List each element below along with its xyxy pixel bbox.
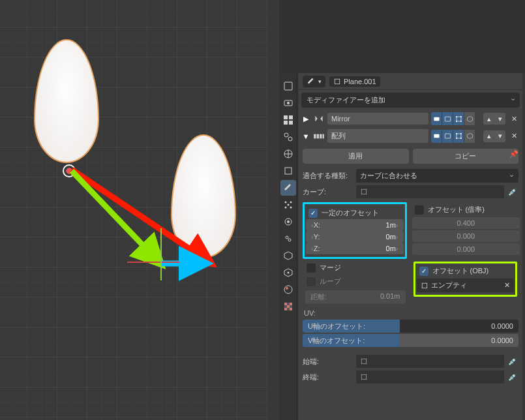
editmode-toggle[interactable] [453, 112, 464, 125]
svg-point-18 [290, 207, 292, 209]
offset-y-field[interactable]: Y:0m [306, 231, 404, 243]
svg-rect-30 [284, 308, 287, 310]
realtime-toggle[interactable] [442, 112, 453, 125]
apply-button[interactable]: 適用 [303, 149, 409, 164]
constant-offset-checkbox[interactable] [308, 209, 318, 218]
delete-modifier-button[interactable]: ✕ [508, 113, 520, 125]
svg-point-40 [460, 120, 461, 121]
cage-toggle[interactable] [464, 130, 475, 143]
svg-rect-8 [284, 121, 288, 125]
tab-texture-icon[interactable] [280, 299, 296, 314]
top-empty-area [279, 0, 525, 73]
svg-rect-35 [445, 117, 450, 121]
object-selector[interactable]: Plane.001 [329, 76, 380, 87]
editmode-toggle[interactable] [453, 130, 464, 143]
svg-rect-6 [284, 115, 288, 119]
svg-rect-13 [285, 168, 292, 174]
tab-scene-icon[interactable] [280, 129, 296, 145]
move-down-button[interactable]: ▾ [494, 113, 505, 125]
start-cap-field[interactable] [356, 355, 504, 368]
svg-point-20 [287, 220, 290, 223]
expand-toggle[interactable]: ▼ [301, 132, 310, 140]
svg-point-14 [284, 202, 286, 203]
eyedropper-icon[interactable]: 💉 [507, 371, 518, 383]
loop-checkbox[interactable] [307, 277, 316, 286]
svg-rect-31 [287, 308, 290, 310]
tab-mesh-icon[interactable] [280, 248, 296, 263]
tab-vertex-icon[interactable] [280, 265, 296, 280]
relative-offset-checkbox[interactable] [415, 205, 424, 215]
relative-y-field[interactable]: 0.000 [412, 230, 520, 242]
svg-rect-46 [445, 134, 450, 138]
tab-physics-icon[interactable] [280, 214, 296, 230]
tab-particles-icon[interactable] [280, 197, 296, 213]
empty-axes-gizmo[interactable] [153, 254, 169, 270]
svg-point-5 [287, 102, 290, 104]
move-down-button[interactable]: ▾ [494, 130, 505, 142]
modifier-panel: ▾ Plane.001 📌 モディファイアーを追加 ▶ Mirror ▴▾ ✕ … [299, 73, 522, 420]
eyedropper-icon[interactable]: 💉 [507, 355, 518, 367]
curve-field[interactable] [356, 185, 504, 198]
cage-toggle[interactable] [464, 112, 475, 125]
constant-offset-box: 一定のオフセット X:1m Y:0m Z:0m [303, 202, 407, 259]
svg-rect-9 [289, 121, 293, 125]
constant-offset-label: 一定のオフセット [322, 208, 379, 218]
modifier-name-field[interactable]: 配列 [327, 129, 428, 143]
delete-modifier-button[interactable]: ✕ [508, 130, 520, 142]
add-modifier-dropdown[interactable]: モディファイアーを追加 [301, 93, 520, 108]
end-cap-field[interactable] [356, 370, 504, 383]
object-offset-field[interactable]: エンプティ ✕ [417, 278, 515, 292]
expand-toggle[interactable]: ▶ [301, 115, 310, 123]
svg-point-10 [284, 133, 288, 137]
properties-tabs [279, 73, 297, 420]
copy-button[interactable]: コピー [413, 149, 519, 164]
object-name: Plane.001 [344, 78, 376, 85]
svg-point-23 [286, 287, 288, 290]
svg-rect-24 [284, 303, 287, 305]
object-offset-checkbox[interactable] [419, 267, 428, 276]
fit-type-dropdown[interactable]: カーブに合わせる [356, 169, 518, 183]
tab-output-icon[interactable] [280, 95, 296, 111]
offset-x-field[interactable]: X:1m [306, 219, 404, 231]
svg-point-22 [284, 286, 292, 293]
move-up-button[interactable]: ▴ [483, 130, 494, 142]
merge-label: マージ [320, 263, 341, 273]
relative-z-field[interactable]: 0.000 [412, 243, 520, 255]
svg-point-48 [456, 133, 457, 134]
start-cap-label: 始端: [303, 357, 353, 367]
svg-rect-45 [434, 134, 439, 138]
tab-constraints-icon[interactable] [280, 231, 296, 247]
svg-rect-32 [290, 308, 292, 310]
pin-icon[interactable]: 📌 [509, 150, 518, 158]
realtime-toggle[interactable] [442, 130, 453, 143]
svg-rect-36 [457, 117, 461, 121]
offset-z-field[interactable]: Z:0m [306, 243, 404, 254]
move-up-button[interactable]: ▴ [483, 113, 494, 125]
tab-object-icon[interactable] [280, 163, 296, 179]
clear-object-icon[interactable]: ✕ [504, 281, 510, 290]
tab-world-icon[interactable] [280, 146, 296, 162]
modifier-name-field[interactable]: Mirror [327, 113, 428, 125]
u-offset-slider[interactable]: U軸のオフセット:0.0000 [303, 320, 518, 333]
svg-point-37 [456, 116, 457, 117]
tab-material-icon[interactable] [280, 282, 296, 297]
object-offset-box: オフセット (OBJ) エンプティ ✕ [413, 262, 518, 297]
v-offset-slider[interactable]: V軸のオフセット:0.0000 [303, 334, 518, 347]
panel-context-icon[interactable]: ▾ [303, 76, 325, 87]
viewport-3d[interactable] [0, 0, 267, 420]
svg-rect-29 [290, 305, 292, 308]
render-toggle[interactable] [431, 112, 442, 125]
eyedropper-icon[interactable]: 💉 [507, 186, 518, 198]
modifier-mirror-header: ▶ Mirror ▴▾ ✕ [299, 110, 522, 127]
tab-render-icon[interactable] [280, 78, 296, 94]
svg-rect-3 [284, 82, 292, 90]
mirror-icon [313, 113, 325, 125]
tab-modifier-icon[interactable] [280, 180, 296, 196]
merge-checkbox[interactable] [307, 263, 316, 273]
distance-field[interactable]: 距離:0.01m [305, 290, 406, 304]
tab-viewlayer-icon[interactable] [280, 112, 296, 128]
svg-point-11 [288, 137, 292, 141]
svg-rect-7 [289, 115, 293, 119]
relative-x-field[interactable]: 0.400 [412, 217, 520, 229]
render-toggle[interactable] [431, 130, 442, 143]
